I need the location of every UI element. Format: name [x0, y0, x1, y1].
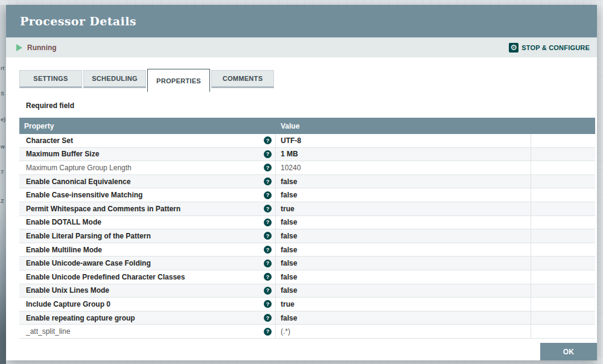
stop-configure-gear-icon: ⚙ [509, 43, 518, 53]
property-value: true [276, 298, 531, 311]
background-text-fragment: Z [1, 198, 4, 204]
property-name: Enable repeating capture group [26, 314, 135, 322]
help-icon[interactable]: ? [264, 177, 272, 185]
property-name: Enable Multiline Mode [26, 246, 102, 254]
property-value: 1 MB [276, 148, 531, 161]
table-row[interactable]: Enable Unicode-aware Case Folding?false [19, 257, 595, 270]
help-icon[interactable]: ? [264, 164, 272, 171]
properties-table: Property Value Character Set?UTF-8Maximu… [19, 118, 595, 339]
help-icon[interactable]: ? [264, 246, 272, 254]
property-name: Enable Unix Lines Mode [26, 286, 109, 295]
table-row[interactable]: Enable repeating capture group?false [19, 311, 595, 325]
help-icon[interactable]: ? [264, 328, 272, 336]
property-name: Permit Whitespace and Comments in Patter… [26, 205, 180, 213]
table-row[interactable]: Include Capture Group 0?true [19, 298, 595, 311]
table-row[interactable]: Maximum Capture Group Length?10240 [19, 161, 595, 175]
status-indicator: Running [16, 43, 57, 52]
property-cell: Enable Unix Lines Mode? [19, 284, 276, 298]
help-icon[interactable]: ? [264, 300, 272, 308]
property-value: false [276, 270, 531, 284]
background-text-fragment: 7 [1, 169, 4, 175]
help-icon[interactable]: ? [264, 273, 272, 281]
property-cell: Enable Literal Parsing of the Pattern? [19, 229, 276, 243]
tab-properties[interactable]: PROPERTIES [147, 69, 210, 92]
running-play-icon [16, 44, 22, 51]
tab-bar: SETTINGS SCHEDULING PROPERTIES COMMENTS [19, 65, 584, 88]
dialog-content: SETTINGS SCHEDULING PROPERTIES COMMENTS … [6, 57, 597, 339]
property-value: false [276, 216, 531, 229]
row-filler [531, 216, 595, 229]
property-name: Include Capture Group 0 [26, 300, 110, 308]
property-value: false [276, 284, 531, 298]
table-row[interactable]: Enable DOTALL Mode?false [19, 216, 595, 230]
row-filler [531, 134, 595, 147]
property-value: false [276, 175, 531, 188]
table-row[interactable]: Enable Case-insensitive Matching?false [19, 188, 595, 202]
property-value: false [276, 188, 531, 202]
property-value: true [276, 202, 531, 216]
table-row[interactable]: Enable Literal Parsing of the Pattern?fa… [19, 229, 595, 243]
row-filler [531, 298, 595, 311]
table-row[interactable]: _att_split_line?(.*) [19, 325, 595, 339]
row-filler [531, 270, 595, 284]
property-cell: Enable Multiline Mode? [19, 243, 276, 257]
property-name: Enable Canonical Equivalence [26, 177, 130, 186]
help-icon[interactable]: ? [264, 191, 272, 199]
table-row[interactable]: Maximum Buffer Size?1 MB [19, 148, 595, 162]
table-row[interactable]: Enable Canonical Equivalence?false [19, 175, 595, 189]
properties-table-body: Character Set?UTF-8Maximum Buffer Size?1… [19, 134, 595, 339]
help-icon[interactable]: ? [264, 314, 272, 322]
property-value: UTF-8 [276, 134, 531, 147]
property-cell: Character Set? [19, 134, 276, 147]
tab-comments[interactable]: COMMENTS [211, 70, 274, 88]
column-header-property: Property [19, 122, 276, 130]
required-field-note: Required field [26, 101, 584, 110]
help-icon[interactable]: ? [264, 232, 272, 240]
row-filler [531, 148, 595, 161]
property-name: Enable Unicode-aware Case Folding [26, 259, 151, 267]
property-value: (.*) [276, 325, 531, 338]
tab-scheduling[interactable]: SCHEDULING [83, 70, 146, 88]
table-row[interactable]: Enable Unix Lines Mode?false [19, 284, 595, 298]
stop-and-configure-button[interactable]: ⚙ STOP & CONFIGURE [509, 43, 590, 53]
property-cell: Maximum Buffer Size? [19, 148, 276, 161]
property-cell: Enable Case-insensitive Matching? [19, 188, 276, 202]
background-text-fragment: e) [1, 117, 5, 123]
background-text-fragment: rt [1, 65, 5, 71]
help-icon[interactable]: ? [264, 205, 272, 212]
table-row[interactable]: Permit Whitespace and Comments in Patter… [19, 202, 595, 216]
property-value: false [276, 243, 531, 257]
help-icon[interactable]: ? [264, 150, 272, 158]
table-row[interactable]: Character Set?UTF-8 [19, 134, 595, 148]
property-cell: Enable repeating capture group? [19, 311, 276, 325]
running-status-label: Running [27, 43, 57, 52]
property-name: Enable Literal Parsing of the Pattern [26, 232, 151, 240]
property-cell: Maximum Capture Group Length? [19, 161, 276, 174]
property-cell: Enable Canonical Equivalence? [19, 175, 276, 188]
property-value: false [276, 257, 531, 270]
stop-configure-label: STOP & CONFIGURE [522, 44, 590, 51]
table-row[interactable]: Enable Unicode Predefined Character Clas… [19, 270, 595, 284]
property-value: 10240 [276, 161, 531, 174]
help-icon[interactable]: ? [264, 219, 272, 226]
background-text-fragment: S [1, 91, 4, 97]
help-icon[interactable]: ? [264, 136, 272, 144]
dimmed-canvas-strip: rtSe)w7Z [0, 5, 6, 364]
dialog-title: Processor Details [20, 14, 136, 28]
table-row[interactable]: Enable Multiline Mode?false [19, 243, 595, 257]
row-filler [531, 243, 595, 257]
property-cell: Enable Unicode-aware Case Folding? [19, 257, 276, 270]
row-filler [531, 311, 595, 325]
help-icon[interactable]: ? [264, 287, 272, 295]
column-header-value: Value [276, 122, 299, 130]
ok-button[interactable]: OK [540, 343, 597, 360]
property-cell: _att_split_line? [19, 325, 276, 338]
table-header-row: Property Value [19, 118, 595, 134]
property-value: false [276, 311, 531, 325]
tab-settings[interactable]: SETTINGS [19, 70, 82, 88]
help-icon[interactable]: ? [264, 260, 272, 267]
row-filler [531, 161, 595, 174]
row-filler [531, 188, 595, 202]
property-name: Enable Case-insensitive Matching [26, 191, 142, 199]
property-cell: Permit Whitespace and Comments in Patter… [19, 202, 276, 216]
